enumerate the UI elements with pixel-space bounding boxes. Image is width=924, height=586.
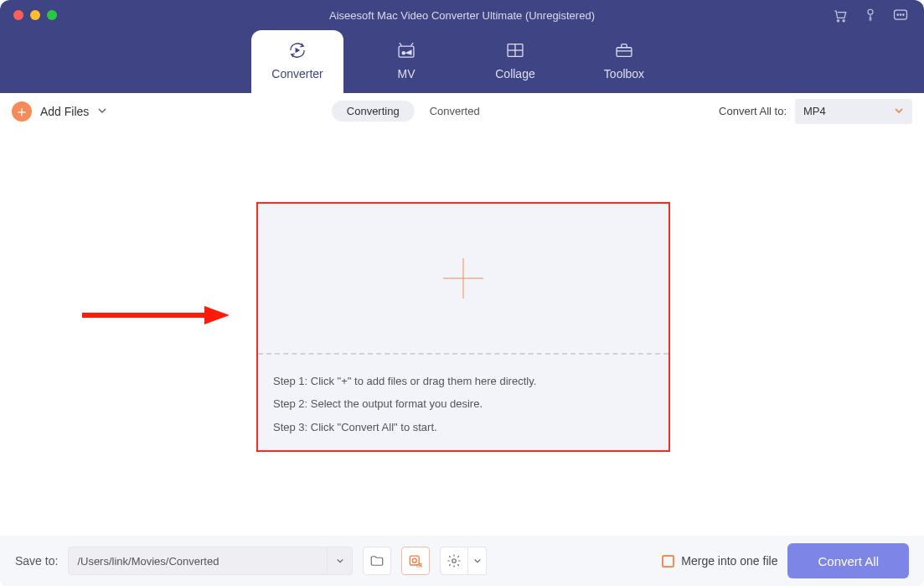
tab-collage[interactable]: Collage [469, 30, 561, 93]
settings-button[interactable] [440, 547, 468, 575]
add-files-button[interactable]: ＋ Add Files [12, 101, 89, 122]
segment-converted[interactable]: Converted [415, 101, 495, 122]
settings-group [440, 547, 487, 575]
cart-icon[interactable] [832, 7, 849, 23]
svg-point-20 [452, 559, 457, 563]
gpu-accel-button[interactable]: ON [401, 547, 430, 575]
minimize-window-button[interactable] [30, 10, 40, 20]
svg-marker-7 [296, 47, 301, 53]
step-2-text: Step 2: Select the output format you des… [273, 392, 653, 415]
svg-point-9 [402, 51, 405, 54]
maximize-window-button[interactable] [47, 10, 57, 20]
svg-point-0 [837, 20, 839, 22]
nav-tabs: Converter MV Collage Toolbox [251, 30, 670, 93]
mv-icon [395, 39, 418, 62]
svg-rect-13 [617, 47, 632, 56]
toolbox-icon [612, 39, 636, 62]
output-format-value: MP4 [803, 105, 894, 117]
svg-point-1 [843, 20, 844, 22]
toolbar: ＋ Add Files Converting Converted Convert… [0, 93, 924, 130]
app-window: Aiseesoft Mac Video Converter Ultimate (… [0, 0, 924, 586]
convert-all-to-group: Convert All to: MP4 [719, 99, 912, 124]
tab-collage-label: Collage [495, 67, 534, 80]
svg-point-4 [897, 14, 898, 15]
svg-point-6 [903, 14, 904, 15]
key-icon[interactable] [862, 7, 879, 23]
converter-icon [286, 39, 309, 62]
status-segment: Converting Converted [332, 101, 495, 122]
feedback-icon[interactable] [892, 7, 909, 23]
drop-zone[interactable]: Step 1: Click "+" to add files or drag t… [256, 202, 670, 452]
tab-converter-label: Converter [271, 67, 323, 80]
svg-marker-16 [204, 306, 230, 324]
save-path-field[interactable]: /Users/link/Movies/Converted [68, 547, 328, 575]
convert-all-to-label: Convert All to: [719, 105, 787, 117]
add-files-dropdown[interactable] [97, 104, 107, 119]
annotation-arrow-icon [80, 304, 231, 326]
plus-icon [443, 258, 483, 298]
window-title: Aiseesoft Mac Video Converter Ultimate (… [0, 9, 924, 22]
main-area: Step 1: Click "+" to add files or drag t… [0, 130, 924, 536]
svg-point-2 [868, 9, 873, 14]
collage-icon [503, 39, 527, 62]
tab-toolbox-label: Toolbox [604, 67, 644, 80]
save-path-dropdown[interactable] [328, 547, 353, 575]
tab-mv[interactable]: MV [360, 30, 452, 93]
output-format-select[interactable]: MP4 [795, 99, 912, 124]
svg-point-18 [413, 558, 417, 563]
bottom-bar: Save to: /Users/link/Movies/Converted ON… [0, 536, 924, 586]
checkbox-icon [662, 555, 674, 568]
step-3-text: Step 3: Click "Convert All" to start. [273, 416, 653, 438]
instruction-steps: Step 1: Click "+" to add files or drag t… [258, 355, 668, 447]
add-files-label: Add Files [40, 105, 89, 118]
tab-toolbox[interactable]: Toolbox [578, 30, 670, 93]
plus-circle-icon: ＋ [12, 101, 32, 122]
titlebar-actions [832, 7, 924, 23]
settings-dropdown[interactable] [468, 547, 487, 575]
chevron-down-icon [894, 104, 904, 119]
open-folder-button[interactable] [363, 547, 391, 575]
merge-checkbox[interactable]: Merge into one file [662, 554, 777, 568]
convert-all-button[interactable]: Convert All [787, 543, 909, 578]
step-1-text: Step 1: Click "+" to add files or drag t… [273, 370, 653, 392]
titlebar: Aiseesoft Mac Video Converter Ultimate (… [0, 0, 924, 30]
tab-converter[interactable]: Converter [251, 30, 343, 93]
window-controls [0, 10, 57, 20]
tab-mv-label: MV [398, 67, 416, 80]
save-to-label: Save to: [15, 554, 58, 568]
svg-point-5 [900, 14, 901, 15]
drop-zone-plus-area[interactable] [258, 204, 668, 353]
segment-converting[interactable]: Converting [332, 101, 415, 122]
nav-strip: Converter MV Collage Toolbox [0, 30, 924, 93]
merge-label: Merge into one file [681, 554, 777, 568]
svg-text:ON: ON [416, 563, 423, 568]
close-window-button[interactable] [13, 10, 23, 20]
